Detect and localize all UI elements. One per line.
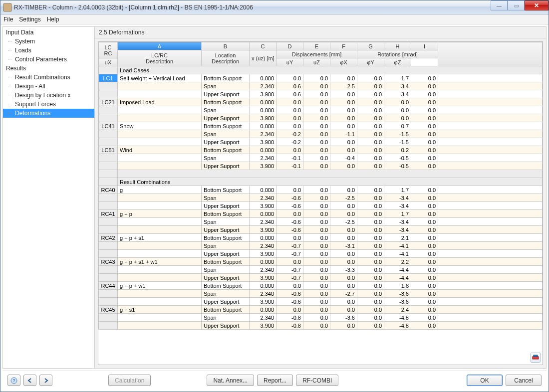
minimize-button[interactable]: — xyxy=(491,0,508,10)
table-row[interactable]: RC41g + pBottom Support0.0000.00.00.00.0… xyxy=(99,210,543,218)
table-row[interactable]: Upper Support3.900-0.20.00.00.0-1.50.0 xyxy=(99,138,543,146)
tree-item[interactable]: Design by Location x xyxy=(3,91,94,100)
menu-help[interactable]: Help xyxy=(47,16,59,23)
table-row[interactable]: LC51WindBottom Support0.0000.00.00.00.00… xyxy=(99,146,543,154)
help-button[interactable]: ? xyxy=(7,375,20,386)
tree-item[interactable]: Design - All xyxy=(3,82,94,91)
report-button[interactable]: Report... xyxy=(257,375,293,386)
tree-item[interactable]: Loads xyxy=(3,46,94,55)
buttonbar: ? Calculation Nat. Annex... Report... RF… xyxy=(2,371,547,390)
nat-annex-button[interactable]: Nat. Annex... xyxy=(207,375,254,386)
panel-title: 2.5 Deformations xyxy=(95,27,546,38)
table-row[interactable]: Span2.340-0.60.0-2.70.0-3.60.0 xyxy=(99,290,543,298)
table-row[interactable]: Span2.340-0.70.0-3.10.0-4.10.0 xyxy=(99,242,543,250)
titlebar: RX-TIMBER - Column - 2.04.0003 (32bit) -… xyxy=(0,0,549,14)
table-row[interactable]: RC42g + p + s1Bottom Support0.0000.00.00… xyxy=(99,234,543,242)
cancel-button[interactable]: Cancel xyxy=(506,375,542,386)
close-button[interactable]: ✕ xyxy=(525,0,549,10)
grid-wrap: LCRCABCDEFGHILC/RCDescriptionLocationDes… xyxy=(98,41,543,365)
content: Input DataSystemLoadsControl ParametersR… xyxy=(2,26,547,369)
table-row[interactable]: Span2.340-0.70.0-3.30.0-4.40.0 xyxy=(99,266,543,274)
window-title: RX-TIMBER - Column - 2.04.0003 (32bit) -… xyxy=(14,4,253,11)
app-icon xyxy=(3,3,11,11)
table-row[interactable]: LC1Self-weight + Vertical LoadBottom Sup… xyxy=(99,74,543,82)
table-row[interactable]: LC21Imposed LoadBottom Support0.0000.00.… xyxy=(99,98,543,106)
tree-item[interactable]: Deformations xyxy=(3,109,94,118)
left-arrow-icon xyxy=(26,377,33,384)
tree-group: Results xyxy=(3,64,94,73)
menu-file[interactable]: File xyxy=(3,16,13,23)
table-row[interactable]: Upper Support3.900-0.60.00.00.0-3.40.0 xyxy=(99,226,543,234)
table-row[interactable]: Span2.340-0.60.0-2.50.0-3.40.0 xyxy=(99,218,543,226)
nav-tree[interactable]: Input DataSystemLoadsControl ParametersR… xyxy=(3,27,95,368)
rf-combi-button[interactable]: RF-COMBI xyxy=(296,375,338,386)
table-row[interactable]: LC41SnowBottom Support0.0000.00.00.00.00… xyxy=(99,122,543,130)
table-row[interactable]: RC45g + s1Bottom Support0.0000.00.00.00.… xyxy=(99,306,543,314)
table-row[interactable]: Upper Support3.900-0.60.00.00.0-3.60.0 xyxy=(99,298,543,306)
table-row[interactable]: Upper Support3.900-0.80.00.00.0-4.80.0 xyxy=(99,322,543,330)
table-row[interactable]: Span2.340-0.60.0-2.50.0-3.40.0 xyxy=(99,82,543,90)
tree-item[interactable]: System xyxy=(3,37,94,46)
right-arrow-icon xyxy=(42,377,49,384)
menubar: File Settings Help xyxy=(0,14,549,24)
table-row[interactable]: Span0.0000.00.00.00.00.00.0 xyxy=(99,106,543,114)
svg-rect-0 xyxy=(533,357,539,359)
table-options-icon[interactable] xyxy=(531,353,541,363)
table-row[interactable]: Span2.340-0.20.0-1.10.0-1.50.0 xyxy=(99,130,543,138)
help-icon: ? xyxy=(10,377,17,384)
svg-text:?: ? xyxy=(12,378,15,383)
table-row[interactable]: Span2.340-0.10.0-0.40.0-0.50.0 xyxy=(99,154,543,162)
results-table[interactable]: LCRCABCDEFGHILC/RCDescriptionLocationDes… xyxy=(98,42,543,330)
table-row[interactable]: RC44g + p + w1Bottom Support0.0000.00.00… xyxy=(99,282,543,290)
svg-rect-1 xyxy=(534,355,538,357)
tree-item[interactable]: Support Forces xyxy=(3,100,94,109)
table-row[interactable]: Span2.340-0.60.0-2.50.0-3.40.0 xyxy=(99,194,543,202)
menu-settings[interactable]: Settings xyxy=(19,16,40,23)
table-row[interactable]: Upper Support3.900-0.70.00.00.0-4.40.0 xyxy=(99,274,543,282)
table-row[interactable]: Upper Support3.9000.00.00.00.00.00.0 xyxy=(99,114,543,122)
tree-group: Input Data xyxy=(3,28,94,37)
table-row[interactable]: RC40gBottom Support0.0000.00.00.00.01.70… xyxy=(99,186,543,194)
table-row[interactable]: Span2.340-0.80.0-3.60.0-4.80.0 xyxy=(99,314,543,322)
table-row[interactable]: Upper Support3.900-0.70.00.00.0-4.10.0 xyxy=(99,250,543,258)
tree-item[interactable]: Control Parameters xyxy=(3,55,94,64)
table-row[interactable]: RC43g + p + s1 + w1Bottom Support0.0000.… xyxy=(99,258,543,266)
ok-button[interactable]: OK xyxy=(467,375,503,386)
table-row[interactable]: Upper Support3.900-0.60.00.00.0-3.40.0 xyxy=(99,90,543,98)
table-row[interactable]: Upper Support3.900-0.60.00.00.0-3.40.0 xyxy=(99,202,543,210)
main-panel: 2.5 Deformations LCRCABCDEFGHILC/RCDescr… xyxy=(95,27,546,368)
tree-item[interactable]: Result Combinations xyxy=(3,73,94,82)
table-row[interactable]: Upper Support3.900-0.10.00.00.0-0.50.0 xyxy=(99,162,543,170)
next-page-button[interactable] xyxy=(39,375,52,386)
prev-page-button[interactable] xyxy=(23,375,36,386)
calculation-button[interactable]: Calculation xyxy=(108,375,151,386)
maximize-button[interactable]: ▭ xyxy=(508,0,525,10)
